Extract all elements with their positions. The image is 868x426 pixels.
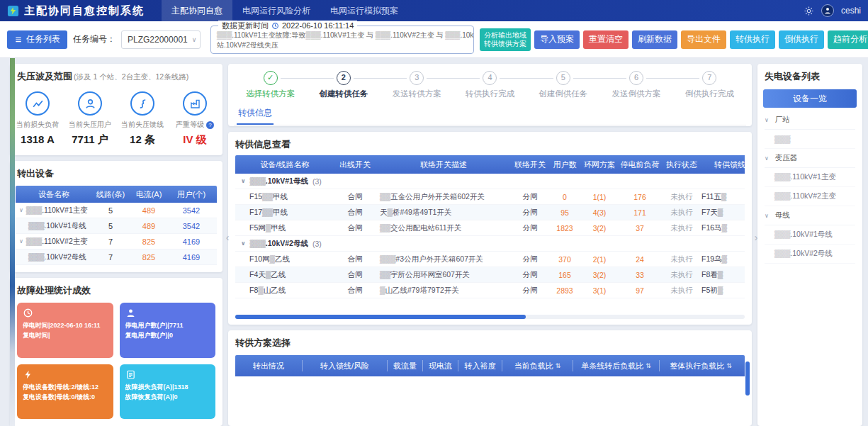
column-header: 联络开关 xyxy=(512,159,548,170)
tree-item[interactable]: ▒▒▒.10kV#1母线 xyxy=(765,225,855,245)
app-logo-icon xyxy=(7,5,19,17)
impact-stat: 当前失压馈线12 条 xyxy=(118,91,167,147)
toolbar-button[interactable]: 转供执行 xyxy=(730,30,775,49)
nav-item[interactable]: 电网运行风险分析 xyxy=(232,0,320,21)
sort-icon[interactable]: ⇅ xyxy=(556,362,561,369)
table-row[interactable]: ∨▒▒▒.110kV#1主变54893542 xyxy=(16,203,217,218)
avatar[interactable] xyxy=(821,4,834,17)
toolbar-button[interactable]: 导出文件 xyxy=(681,30,726,49)
transfer-info-panel: 转供信息查看 设备/线路名称出线开关联络开关描述联络开关用户数环网方案停电前负荷… xyxy=(228,132,752,325)
chevron-down-icon[interactable]: ∨ xyxy=(765,155,769,162)
header-label: 转入馈线/风险 xyxy=(320,361,369,371)
column-header: 转入馈线/风险 xyxy=(303,360,388,371)
tree-group[interactable]: ∨母线 xyxy=(765,206,855,225)
collapse-left-handle[interactable]: ‹ xyxy=(223,227,232,248)
exec-status-cell: 未执行 xyxy=(662,267,701,282)
collapse-right-handle[interactable]: › xyxy=(752,227,760,248)
column-header[interactable]: 当前负载比⇅ xyxy=(502,360,573,371)
horizontal-scrollbar[interactable] xyxy=(235,315,745,319)
tree-item[interactable]: ▒▒▒.110kV#2主变 xyxy=(765,187,855,206)
card-line: 复电用户数(户)|0 xyxy=(125,330,210,340)
chevron-down-icon[interactable]: ∨ xyxy=(19,238,23,245)
help-icon[interactable]: ? xyxy=(206,121,214,129)
tie-switch-cell: 分闸 xyxy=(512,220,548,235)
device-overview-banner[interactable]: 设备一览 xyxy=(763,89,857,108)
table-row[interactable]: F17▒▒甲线合闸天▒桥#49塔49T1开关分闸954(3)171未执行F7天▒ xyxy=(235,205,745,220)
card-line: 复电设备数|母线:0/馈线:0 xyxy=(23,392,108,402)
table-row[interactable]: F8▒山乙线合闸▒山乙线#79塔79T2开关分闸28933(1)97未执行F5初… xyxy=(235,283,745,298)
column-header[interactable]: 单条线转后负载比⇅ xyxy=(573,360,660,371)
tree-item[interactable]: ▒▒▒ xyxy=(765,130,855,149)
step-done[interactable]: ✓选择转供方案 xyxy=(234,71,307,99)
current-cell: 825 xyxy=(129,253,169,262)
gear-icon[interactable] xyxy=(804,6,814,16)
step-todo[interactable]: 7倒供执行完成 xyxy=(673,71,746,99)
table-row[interactable]: F5网▒甲线合闸▒▒交公用配电站611开关分闸18233(2)37未执行F16马… xyxy=(235,220,745,236)
column-header[interactable]: 整体执行负载比⇅ xyxy=(660,360,742,371)
sort-icon[interactable]: ⇅ xyxy=(726,362,732,369)
group-row[interactable]: ∨▒▒▒.10kV#1母线(3) xyxy=(235,174,745,189)
lines-cell: 5 xyxy=(92,222,129,230)
toolbar-button[interactable]: 分析输出地域转供馈供方案 xyxy=(480,28,531,51)
nav-item[interactable]: 电网运行模拟预案 xyxy=(320,0,408,21)
chevron-down-icon[interactable]: ∨ xyxy=(765,213,769,219)
table-row[interactable]: F4天▒乙线合闸▒▒宇所公用环网室607开关分闸1653(2)33未执行F8看▒ xyxy=(235,267,745,283)
ring-scheme-cell: 1(1) xyxy=(581,189,618,204)
step-todo[interactable]: 4转供执行完成 xyxy=(453,71,526,99)
chevron-down-icon[interactable]: ∨ xyxy=(19,207,23,213)
column-header: 设备/线路名称 xyxy=(235,159,334,170)
out-switch-cell: 合闸 xyxy=(334,189,376,204)
ring-scheme-cell: 3(2) xyxy=(581,267,618,282)
table-row[interactable]: ∨▒▒▒.110kV#2主变78254169 xyxy=(16,234,217,250)
stat-value: 7711 户 xyxy=(72,133,108,147)
table-row[interactable]: F10网▒乙线合闸▒▒▒#3公用户外开关箱607开关分闸3702(1)24未执行… xyxy=(235,252,745,267)
group-row[interactable]: ∨▒▒▒.10kV#2母线(3) xyxy=(235,236,745,252)
line-name-cell: F10网▒乙线 xyxy=(235,252,334,267)
column-header: 载流量 xyxy=(388,360,423,371)
scrollbar-thumb[interactable] xyxy=(235,315,526,319)
tree-group[interactable]: ∨厂站 xyxy=(765,111,855,130)
chevron-down-icon[interactable]: ∨ xyxy=(241,178,246,184)
column-header: 现电流 xyxy=(423,360,458,371)
sort-icon[interactable]: ⇅ xyxy=(646,362,651,369)
toolbar-button[interactable]: 倒供执行 xyxy=(779,30,824,49)
group-count: (3) xyxy=(312,177,322,186)
column-header: 电流(A) xyxy=(129,189,169,200)
tree-item[interactable]: ▒▒▒.110kV#1主变 xyxy=(765,168,855,187)
tree-group[interactable]: ∨变压器 xyxy=(765,149,855,168)
navbar-right: ceshi xyxy=(804,4,861,17)
tree-item[interactable]: ▒▒▒.10kV#2母线 xyxy=(765,245,855,264)
step-todo[interactable]: 6发送倒供方案 xyxy=(599,71,672,99)
toolbar-button[interactable]: 重置清空 xyxy=(583,30,629,49)
list-icon xyxy=(14,35,23,44)
step-number: 6 xyxy=(629,71,643,85)
toolbar-button[interactable]: 趋前分析 xyxy=(828,30,868,49)
toolbar-button[interactable]: 刷新数据 xyxy=(632,30,677,49)
step-label: 选择转供方案 xyxy=(234,89,307,99)
table-row[interactable]: F15▒▒甲线合闸▒▒五金公用户外开关箱602开关分闸01(1)176未执行F1… xyxy=(235,189,745,205)
task-no-select[interactable]: PLZG22000001 ∨ xyxy=(121,30,201,49)
tie-switch-desc-cell: ▒▒交公用配电站611开关 xyxy=(376,220,512,235)
table-row[interactable]: ▒▒▒.10kV#1母线54893542 xyxy=(16,218,217,234)
card-line: 故障恢复负荷(A)|0 xyxy=(125,392,210,402)
table-header-row: 设备名称线路(条)电流(A)用户(个) xyxy=(16,186,217,203)
exec-status-cell: 未执行 xyxy=(662,252,701,267)
chevron-down-icon[interactable]: ∨ xyxy=(765,117,769,123)
step-number: 2 xyxy=(337,71,351,85)
vertical-scrollbar-thumb[interactable] xyxy=(745,361,750,396)
table-row[interactable]: ▒▒▒.10kV#2母线78254169 xyxy=(16,250,217,265)
nav-item[interactable]: 主配协同自愈 xyxy=(162,0,232,21)
step-current[interactable]: 2创建转供任务 xyxy=(307,71,380,99)
toolbar-button[interactable]: 导入预案 xyxy=(534,30,580,49)
tie-switch-desc-cell: ▒▒▒#3公用户外开关箱607开关 xyxy=(376,252,512,267)
chevron-down-icon[interactable]: ∨ xyxy=(241,240,246,247)
line-name-cell: F17▒▒甲线 xyxy=(235,205,334,220)
task-list-button[interactable]: 任务列表 xyxy=(7,30,67,49)
step-todo[interactable]: 5创建倒供任务 xyxy=(526,71,599,99)
tab-transfer-info[interactable]: 转供信息 xyxy=(237,103,274,125)
step-todo[interactable]: 3发送转供方案 xyxy=(381,71,453,99)
pre-outage-load-cell: 171 xyxy=(618,205,662,220)
update-time-row: 数据更新时间 2022-06-10 16:11:14 xyxy=(218,21,357,31)
pre-outage-load-cell: 33 xyxy=(618,267,662,282)
users-cell: 1823 xyxy=(548,220,581,235)
